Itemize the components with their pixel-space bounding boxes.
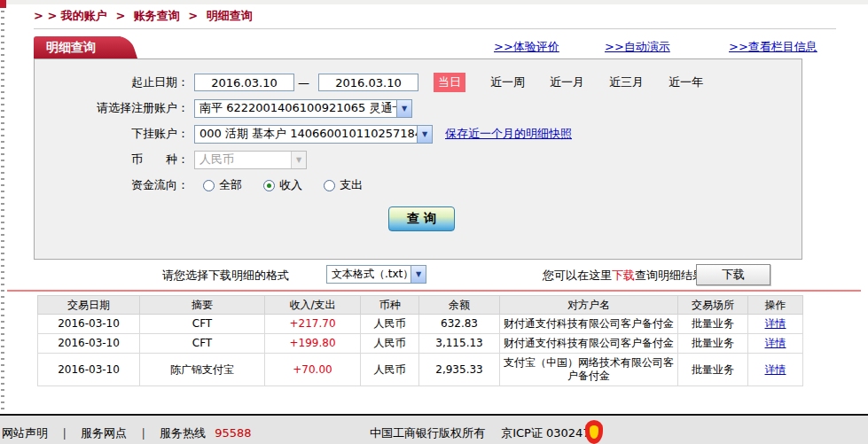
sub-account-value: 000 活期 基本户 1406600101102571848 bbox=[195, 126, 417, 142]
cell-trade-date: 2016-03-10 bbox=[38, 354, 140, 386]
download-format-label: 请您选择下载明细的格式 bbox=[162, 268, 289, 284]
cell-venue: 批量业务 bbox=[678, 354, 748, 386]
footer-link-service-outlets[interactable]: 服务网点 bbox=[81, 426, 127, 440]
red-divider-line bbox=[7, 290, 861, 292]
header-venue: 交易场所 bbox=[678, 296, 748, 315]
flow-radio-expense[interactable]: 支出 bbox=[324, 177, 363, 193]
table-row: 2016-03-10 CFT +217.70 人民币 632.83 财付通支付科… bbox=[38, 315, 803, 334]
query-button[interactable]: 查 询 bbox=[388, 206, 455, 231]
currency-value: 人民币 bbox=[195, 152, 291, 167]
tab-label: 明细查询 bbox=[46, 40, 96, 54]
download-format-select[interactable]: 文本格式（.txt） ▼ bbox=[326, 265, 426, 284]
currency-row: 币 种： 人民币 ▼ bbox=[35, 150, 802, 169]
detail-link[interactable]: 详情 bbox=[765, 337, 786, 349]
quick-range-year[interactable]: 近一年 bbox=[669, 74, 703, 90]
cell-counterparty: 财付通支付科技有限公司客户备付金 bbox=[500, 334, 678, 354]
cell-trade-date: 2016-03-10 bbox=[38, 334, 140, 354]
date-from-input[interactable] bbox=[194, 74, 294, 91]
quick-range-month[interactable]: 近一月 bbox=[550, 74, 584, 90]
cell-counterparty: 支付宝（中国）网络技术有限公司客户备付金 bbox=[500, 354, 678, 386]
footer-hotline-label: 服务热线 bbox=[160, 426, 206, 440]
download-hint-suffix: 查询明细结果 bbox=[635, 269, 704, 282]
flow-radio-all-label: 全部 bbox=[219, 177, 242, 193]
cell-amount: +199.80 bbox=[265, 334, 361, 354]
table-header-row: 交易日期 摘要 收入/支出 币种 余额 对方户名 交易场所 操作 bbox=[38, 296, 803, 315]
copyright-text: 中国工商银行版权所有 bbox=[370, 426, 485, 440]
download-row: 请您选择下载明细的格式 文本格式（.txt） ▼ 您可以在这里下载查询明细结果 … bbox=[0, 263, 868, 288]
breadcrumb-item-account-query[interactable]: 账务查询 bbox=[134, 9, 180, 22]
chevron-down-icon: ▼ bbox=[291, 152, 306, 168]
download-format-value: 文本格式（.txt） bbox=[327, 267, 411, 282]
breadcrumb-item-my-account[interactable]: 我的账户 bbox=[61, 9, 107, 22]
cell-summary: 陈广锦支付宝 bbox=[140, 354, 265, 386]
download-button-label: 下载 bbox=[722, 267, 745, 283]
sub-account-row: 下挂账户： 000 活期 基本户 1406600101102571848 ▼ 保… bbox=[35, 124, 802, 144]
link-experience-evaluation[interactable]: >>体验评价 bbox=[494, 39, 559, 55]
flow-radio-income-label: 收入 bbox=[279, 177, 302, 193]
query-button-label: 查 询 bbox=[407, 211, 436, 227]
table-row: 2016-03-10 CFT +199.80 人民币 3,115.13 财付通支… bbox=[38, 334, 803, 354]
sub-account-label: 下挂账户： bbox=[35, 126, 189, 142]
register-account-select[interactable]: 南平 6222001406100921065 灵通卡 ▼ bbox=[194, 99, 412, 118]
register-account-value: 南平 6222001406100921065 灵通卡 bbox=[195, 100, 396, 116]
cell-trade-date: 2016-03-10 bbox=[38, 315, 140, 334]
quick-range-week[interactable]: 近一周 bbox=[490, 74, 525, 90]
cell-currency: 人民币 bbox=[361, 315, 419, 334]
footer: 网站声明 ｜ 服务网点 ｜ 服务热线 95588 中国工商银行版权所有 京ICP… bbox=[0, 416, 868, 444]
top-band bbox=[0, 0, 868, 4]
query-form-panel: 起止日期： — 当日 近一周 近一月 近三月 近一年 请选择注册账户： 南平 6… bbox=[34, 58, 802, 260]
footer-hotline-number: 95588 bbox=[215, 426, 251, 440]
cell-counterparty: 财付通支付科技有限公司客户备付金 bbox=[500, 315, 678, 334]
download-button[interactable]: 下载 bbox=[696, 264, 770, 285]
breadcrumb-separator: > bbox=[115, 9, 125, 22]
flow-radio-all[interactable]: 全部 bbox=[203, 177, 242, 193]
currency-select: 人民币 ▼ bbox=[194, 151, 307, 169]
cell-summary: CFT bbox=[140, 315, 265, 334]
quick-range-quarter[interactable]: 近三月 bbox=[609, 74, 644, 90]
cell-balance: 632.83 bbox=[419, 315, 500, 334]
date-range-row: 起止日期： — 当日 近一周 近一月 近三月 近一年 bbox=[35, 73, 802, 92]
link-view-column-info[interactable]: >>查看栏目信息 bbox=[729, 39, 817, 55]
header-counterparty: 对方户名 bbox=[500, 296, 678, 315]
download-hint-prefix: 您可以在这里 bbox=[543, 269, 612, 282]
chevron-down-icon: ▼ bbox=[417, 126, 432, 143]
sub-account-select[interactable]: 000 活期 基本户 1406600101102571848 ▼ bbox=[194, 125, 433, 144]
detail-link[interactable]: 详情 bbox=[765, 317, 786, 330]
breadcrumb-item-detail-query[interactable]: 明细查询 bbox=[207, 9, 253, 22]
radio-icon bbox=[203, 180, 215, 191]
download-hint-link[interactable]: 下载 bbox=[612, 269, 635, 282]
cell-balance: 3,115.13 bbox=[419, 334, 500, 354]
link-auto-demo[interactable]: >>自动演示 bbox=[605, 39, 670, 55]
cell-currency: 人民币 bbox=[361, 354, 419, 386]
transaction-table: 交易日期 摘要 收入/支出 币种 余额 对方户名 交易场所 操作 2016-03… bbox=[37, 295, 803, 386]
save-monthly-snapshot-link[interactable]: 保存近一个月的明细快照 bbox=[445, 126, 572, 142]
radio-checked-icon bbox=[263, 180, 275, 191]
cell-amount: +217.70 bbox=[265, 315, 361, 334]
fund-flow-row: 资金流向： 全部 收入 支出 bbox=[35, 175, 802, 195]
table-row: 2016-03-10 陈广锦支付宝 +70.00 人民币 2,935.33 支付… bbox=[38, 354, 803, 386]
cell-currency: 人民币 bbox=[361, 334, 419, 354]
horizontal-divider bbox=[34, 28, 836, 29]
header-currency: 币种 bbox=[361, 296, 419, 315]
date-to-input[interactable] bbox=[318, 74, 418, 91]
header-balance: 余额 bbox=[419, 296, 500, 315]
footer-copyright: 中国工商银行版权所有 京ICP证 030247号 bbox=[370, 425, 602, 441]
footer-links: 网站声明 ｜ 服务网点 ｜ 服务热线 95588 bbox=[2, 425, 252, 441]
date-range-dash: — bbox=[298, 76, 309, 90]
cell-venue: 批量业务 bbox=[678, 315, 748, 334]
quick-range-today-button[interactable]: 当日 bbox=[434, 73, 465, 92]
tab-detail-query[interactable]: 明细查询 bbox=[34, 36, 121, 58]
radio-icon bbox=[324, 180, 335, 191]
header-summary: 摘要 bbox=[140, 296, 265, 315]
flow-radio-income[interactable]: 收入 bbox=[263, 177, 302, 193]
left-perforation-strip bbox=[1, 11, 4, 414]
footer-link-site-statement[interactable]: 网站声明 bbox=[2, 426, 48, 440]
header-action: 操作 bbox=[748, 296, 803, 315]
detail-link[interactable]: 详情 bbox=[765, 363, 786, 376]
date-range-label: 起止日期： bbox=[35, 74, 189, 90]
cell-venue: 批量业务 bbox=[678, 334, 748, 354]
flow-radio-expense-label: 支出 bbox=[340, 177, 363, 193]
chevron-down-icon: ▼ bbox=[396, 100, 411, 117]
currency-label: 币 种： bbox=[35, 152, 189, 167]
footer-separator: ｜ bbox=[137, 426, 149, 440]
